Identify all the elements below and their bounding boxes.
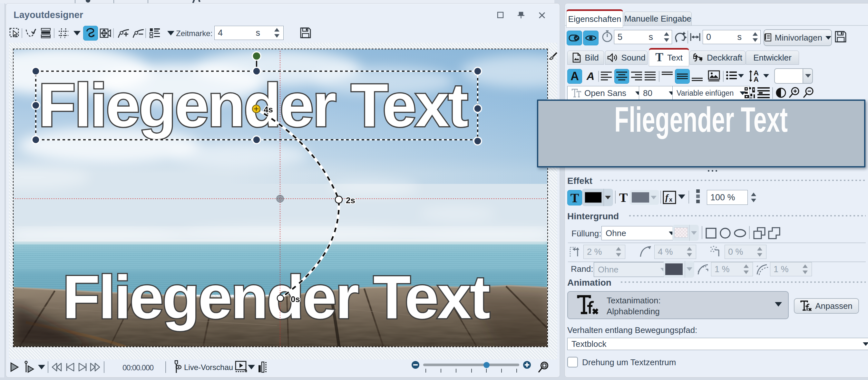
svg-text:f: f xyxy=(665,192,669,202)
svg-text:Fliegender Text: Fliegender Text xyxy=(614,101,788,139)
svg-text:x: x xyxy=(669,197,672,203)
svg-text:A: A xyxy=(753,75,759,82)
